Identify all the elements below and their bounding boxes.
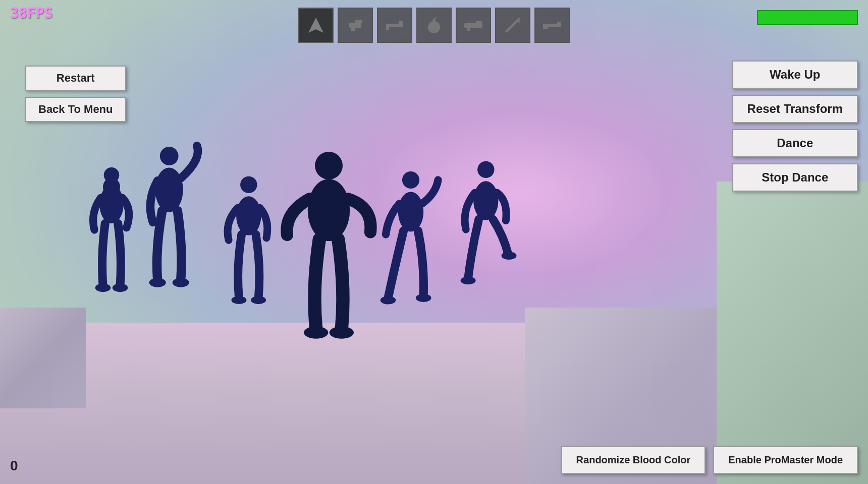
svg-rect-35: [464, 23, 482, 28]
characters-group: [61, 121, 540, 413]
svg-point-11: [231, 296, 246, 304]
svg-point-1: [104, 167, 120, 183]
svg-rect-31: [386, 25, 389, 30]
weapon-slot-4[interactable]: [416, 8, 452, 43]
svg-rect-26: [349, 23, 361, 28]
wake-up-button[interactable]: Wake Up: [732, 60, 858, 89]
score-display: 0: [10, 458, 18, 474]
shotgun-icon: [542, 15, 562, 35]
svg-point-15: [304, 327, 328, 339]
svg-point-4: [113, 283, 128, 292]
svg-point-9: [240, 176, 257, 193]
smg-icon: [463, 15, 483, 35]
fps-counter: 38FPS: [10, 5, 52, 22]
restart-button[interactable]: Restart: [25, 66, 126, 91]
enable-promaster-button[interactable]: Enable ProMaster Mode: [713, 446, 858, 474]
svg-point-24: [502, 252, 517, 260]
svg-rect-42: [557, 22, 561, 24]
svg-point-17: [402, 171, 419, 189]
knife2-icon: [503, 15, 523, 35]
svg-point-3: [95, 283, 111, 292]
weapon-slot-6[interactable]: [495, 8, 530, 43]
svg-point-13: [315, 152, 343, 179]
svg-rect-30: [399, 21, 403, 24]
svg-rect-28: [351, 27, 355, 31]
dance-button[interactable]: Dance: [732, 129, 858, 157]
svg-point-6: [155, 167, 183, 212]
svg-rect-36: [476, 21, 482, 24]
svg-rect-33: [432, 19, 436, 23]
svg-point-8: [173, 278, 189, 287]
weapon-slot-1[interactable]: [298, 8, 334, 43]
svg-point-18: [398, 192, 423, 231]
right-panel: Wake Up Reset Transform Dance Stop Dance: [732, 60, 858, 192]
svg-point-12: [251, 296, 266, 304]
svg-point-16: [330, 327, 354, 339]
stop-dance-button[interactable]: Stop Dance: [732, 163, 858, 192]
svg-point-20: [416, 294, 431, 302]
svg-point-23: [461, 276, 476, 284]
svg-rect-27: [355, 20, 362, 23]
svg-point-10: [236, 196, 261, 235]
svg-point-2: [99, 185, 124, 224]
svg-marker-25: [308, 18, 323, 33]
svg-rect-37: [467, 27, 470, 31]
svg-rect-41: [543, 24, 548, 29]
reset-transform-button[interactable]: Reset Transform: [732, 95, 858, 123]
bottom-panel: Randomize Blood Color Enable ProMaster M…: [561, 446, 858, 474]
svg-point-22: [473, 181, 498, 220]
grenade-icon: [424, 15, 444, 35]
svg-line-34: [434, 17, 436, 19]
svg-point-5: [160, 147, 179, 165]
svg-point-7: [149, 278, 166, 287]
randomize-blood-button[interactable]: Randomize Blood Color: [561, 446, 706, 474]
platform-far-right: [717, 182, 868, 484]
svg-point-19: [381, 296, 396, 304]
health-bar: [757, 10, 858, 25]
svg-point-14: [308, 179, 350, 241]
weapon-slot-3[interactable]: [377, 8, 412, 43]
weapon-slot-7[interactable]: [534, 8, 570, 43]
pistol-icon: [345, 15, 365, 35]
weapon-slots: [298, 8, 570, 43]
svg-point-21: [477, 161, 494, 178]
back-to-menu-button[interactable]: Back To Menu: [25, 97, 126, 122]
weapon-slot-2[interactable]: [338, 8, 373, 43]
knife-icon: [306, 15, 326, 35]
rifle-icon: [385, 15, 405, 35]
left-panel: Restart Back To Menu: [25, 66, 126, 122]
weapon-slot-5[interactable]: [456, 8, 491, 43]
